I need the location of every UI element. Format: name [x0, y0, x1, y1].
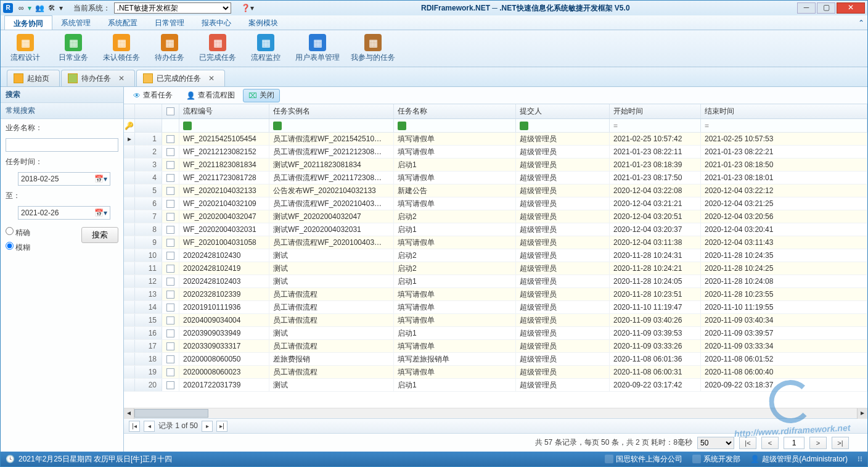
row-checkbox[interactable]	[166, 174, 174, 182]
menu-item[interactable]: 案例模块	[240, 15, 287, 30]
table-row[interactable]: 16 20203909033949 测试 启动1 超级管理员 2020-11-0…	[124, 327, 867, 340]
row-checkbox[interactable]	[166, 187, 174, 195]
ribbon-button[interactable]: ▦未认领任务	[103, 34, 140, 63]
ribbon-button[interactable]: ▦流程监控	[247, 34, 284, 63]
radio-exact[interactable]: 精确	[6, 227, 30, 238]
col-task[interactable]: 任务名称	[394, 104, 516, 118]
table-row[interactable]: 12 20202428102403 测试 启动1 超级管理员 2020-11-2…	[124, 275, 867, 288]
ribbon-button[interactable]: ▦日常业务	[55, 34, 92, 63]
col-submitter[interactable]: 提交人	[516, 104, 610, 118]
grid-body[interactable]: ▸ 1 WF_20215425105454 员工请假流程WF_202154251…	[124, 133, 867, 408]
row-checkbox[interactable]	[166, 161, 174, 169]
table-row[interactable]: 14 20201910111936 员工请假流程 填写请假单 超级管理员 202…	[124, 301, 867, 314]
row-checkbox[interactable]	[166, 316, 174, 324]
table-row[interactable]: 15 20204009034004 员工请假流程 填写请假单 超级管理员 202…	[124, 314, 867, 327]
ribbon-button[interactable]: ▦我参与的任务	[351, 34, 395, 63]
table-row[interactable]: 19 20200008060023 员工请假流程 填写请假单 超级管理员 202…	[124, 366, 867, 379]
menu-item[interactable]: 日常管理	[146, 15, 193, 30]
ribbon-button[interactable]: ▦待办任务	[151, 34, 188, 63]
ribbon-button[interactable]: ▦用户表单管理	[295, 34, 340, 63]
menu-item[interactable]: 报表中心	[193, 15, 240, 30]
page-size-select[interactable]: 50	[697, 437, 734, 449]
menu-item[interactable]: 系统配置	[99, 15, 146, 30]
filter-eq[interactable]: =	[610, 119, 701, 132]
name-input[interactable]	[6, 138, 118, 152]
row-checkbox[interactable]	[166, 355, 174, 363]
col-start[interactable]: 开始时间	[610, 104, 701, 118]
nav-next[interactable]: ▸	[202, 421, 213, 432]
minimize-button[interactable]: ─	[797, 2, 816, 14]
current-system-select[interactable]: .NET敏捷开发框架	[114, 2, 231, 14]
row-checkbox[interactable]	[166, 368, 174, 376]
table-row[interactable]: 8 WF_20202004032031 测试WF_20202004032031 …	[124, 223, 867, 236]
table-row[interactable]: 11 20202428102419 测试 启动2 超级管理员 2020-11-2…	[124, 262, 867, 275]
table-row[interactable]: 13 20202328102339 员工请假流程 填写请假单 超级管理员 202…	[124, 288, 867, 301]
date-from-input[interactable]: 2018-02-25📅▾	[18, 172, 110, 186]
table-row[interactable]: 17 20203309033317 员工请假流程 填写请假单 超级管理员 202…	[124, 340, 867, 353]
horizontal-scrollbar[interactable]: ◂▸	[124, 408, 867, 418]
row-checkbox[interactable]	[166, 329, 174, 337]
filter-eq[interactable]: =	[701, 119, 867, 132]
row-checkbox[interactable]	[166, 291, 174, 299]
close-button[interactable]: ✕	[837, 2, 865, 14]
row-checkbox[interactable]	[166, 381, 174, 389]
row-checkbox[interactable]	[166, 239, 174, 247]
table-row[interactable]: 2 WF_20212123082152 员工请假流程WF_2021212308……	[124, 146, 867, 159]
table-row[interactable]: ▸ 1 WF_20215425105454 员工请假流程WF_202154251…	[124, 133, 867, 146]
page-first[interactable]: |<	[739, 437, 756, 449]
table-row[interactable]: 3 WF_20211823081834 测试WF_20211823081834 …	[124, 159, 867, 172]
tab[interactable]: 已完成的任务✕	[136, 70, 225, 86]
row-checkbox[interactable]	[166, 226, 174, 234]
status-menu-icon[interactable]: ⁝⁝	[858, 455, 862, 463]
nav-first[interactable]: |◂	[129, 421, 140, 432]
nav-prev[interactable]: ◂	[144, 421, 155, 432]
ribbon-button[interactable]: ▦流程设计	[7, 34, 44, 63]
tab[interactable]: 起始页	[7, 70, 60, 86]
tab-close-icon[interactable]: ✕	[118, 74, 125, 83]
table-row[interactable]: 5 WF_20202104032133 公告发布WF_2020210403213…	[124, 184, 867, 197]
tab-close-icon[interactable]: ✕	[208, 74, 215, 83]
page-prev[interactable]: <	[761, 437, 779, 449]
search-button[interactable]: 搜索	[81, 227, 118, 243]
tab[interactable]: 待办任务✕	[61, 70, 135, 86]
menu-item[interactable]: 业务协同	[4, 15, 52, 30]
page-input[interactable]	[784, 437, 805, 449]
table-row[interactable]: 7 WF_20202004032047 测试WF_20202004032047 …	[124, 210, 867, 223]
nav-last[interactable]: ▸|	[216, 421, 227, 432]
filter-icon[interactable]	[520, 122, 528, 130]
row-checkbox[interactable]	[166, 213, 174, 221]
view-task-button[interactable]: 👁查看任务	[128, 89, 178, 102]
col-end[interactable]: 结束时间	[701, 104, 867, 118]
table-row[interactable]: 18 20200008060050 差旅费报销 填写差旅报销单 超级管理员 20…	[124, 353, 867, 366]
row-checkbox[interactable]	[166, 342, 174, 350]
select-all-checkbox[interactable]	[166, 107, 174, 115]
table-row[interactable]: 20 20201722031739 测试 启动1 超级管理员 2020-09-2…	[124, 379, 867, 392]
menu-item[interactable]: 系统管理	[52, 15, 99, 30]
col-instance[interactable]: 任务实例名	[269, 104, 394, 118]
filter-icon[interactable]	[398, 122, 406, 130]
view-flow-button[interactable]: 👤查看流程图	[181, 89, 240, 102]
filter-icon[interactable]	[183, 122, 192, 130]
quick-icons[interactable]: ∞▾👥🛠▾	[17, 4, 65, 12]
table-row[interactable]: 10 20202428102430 测试 启动2 超级管理员 2020-11-2…	[124, 249, 867, 262]
row-checkbox[interactable]	[166, 265, 174, 273]
date-to-input[interactable]: 2021-02-26📅▾	[18, 206, 110, 220]
page-last[interactable]: >|	[832, 437, 849, 449]
maximize-button[interactable]: ▢	[817, 2, 835, 14]
row-checkbox[interactable]	[166, 278, 174, 286]
col-code[interactable]: 流程编号	[179, 104, 269, 118]
table-row[interactable]: 9 WF_20201004031058 员工请假流程WF_2020100403……	[124, 236, 867, 249]
help-icon[interactable]: ❓▾	[241, 4, 254, 12]
radio-fuzzy[interactable]: 模糊	[6, 242, 30, 253]
filter-icon[interactable]	[273, 122, 282, 130]
row-checkbox[interactable]	[166, 252, 174, 260]
row-checkbox[interactable]	[166, 200, 174, 208]
ribbon-toggle-icon[interactable]: ⌃	[855, 15, 867, 30]
row-checkbox[interactable]	[166, 304, 174, 312]
close-tab-button[interactable]: ⌧关闭	[243, 89, 280, 102]
table-row[interactable]: 6 WF_20202104032109 员工请假流程WF_2020210403……	[124, 197, 867, 210]
row-checkbox[interactable]	[166, 135, 174, 143]
table-row[interactable]: 4 WF_20211723081728 员工请假流程WF_2021172308……	[124, 172, 867, 184]
row-checkbox[interactable]	[166, 148, 174, 156]
ribbon-button[interactable]: ▦已完成任务	[199, 34, 236, 63]
